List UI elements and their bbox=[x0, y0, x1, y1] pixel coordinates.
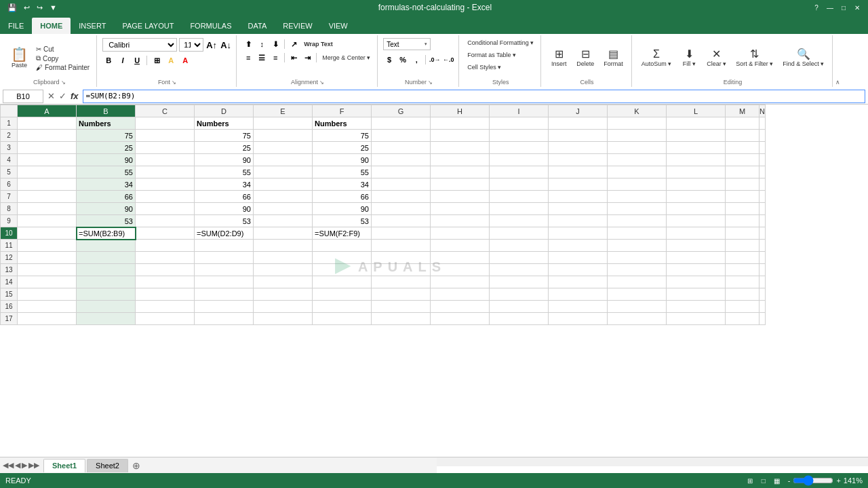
sheet-nav[interactable]: ◀◀ ◀ ▶ ▶▶ bbox=[3, 461, 39, 470]
cell-N1[interactable] bbox=[760, 117, 766, 130]
cell-M8[interactable] bbox=[726, 203, 760, 215]
cell-B11[interactable] bbox=[77, 240, 136, 252]
customize-icon[interactable]: ▼ bbox=[47, 3, 59, 12]
cell-N9[interactable] bbox=[760, 215, 766, 227]
cancel-formula-icon[interactable]: ✕ bbox=[46, 91, 56, 101]
cell-D10[interactable]: =SUM(D2:D9) bbox=[195, 227, 254, 240]
cell-B4[interactable]: 90 bbox=[77, 154, 136, 166]
cell-G5[interactable] bbox=[372, 166, 431, 179]
cell-J11[interactable] bbox=[549, 240, 608, 252]
row-header-1[interactable]: 1 bbox=[1, 117, 18, 130]
cell-L3[interactable] bbox=[667, 142, 726, 154]
horizontal-scrollbar[interactable] bbox=[437, 457, 868, 466]
col-header-G[interactable]: G bbox=[372, 105, 431, 117]
cell-G14[interactable] bbox=[372, 276, 431, 288]
cell-A5[interactable] bbox=[18, 166, 77, 179]
cell-B3[interactable]: 25 bbox=[77, 142, 136, 154]
cell-K11[interactable] bbox=[608, 240, 667, 252]
format-painter-button[interactable]: 🖌 Format Painter bbox=[33, 63, 92, 72]
cell-D13[interactable] bbox=[195, 264, 254, 276]
col-header-B[interactable]: B bbox=[77, 105, 136, 117]
cell-N15[interactable] bbox=[760, 288, 766, 301]
cell-C3[interactable] bbox=[136, 142, 195, 154]
cell-B6[interactable]: 34 bbox=[77, 179, 136, 191]
conditional-formatting-button[interactable]: Conditional Formatting ▾ bbox=[465, 38, 536, 48]
cell-B2[interactable]: 75 bbox=[77, 130, 136, 142]
cell-B5[interactable]: 55 bbox=[77, 166, 136, 179]
cell-L9[interactable] bbox=[667, 215, 726, 227]
cell-D14[interactable] bbox=[195, 276, 254, 288]
cell-C7[interactable] bbox=[136, 191, 195, 203]
cell-J17[interactable] bbox=[549, 313, 608, 325]
window-controls[interactable]: ? — □ ✕ bbox=[811, 2, 863, 13]
cell-B9[interactable]: 53 bbox=[77, 215, 136, 227]
tab-insert[interactable]: INSERT bbox=[71, 18, 114, 34]
cell-N10[interactable] bbox=[760, 227, 766, 240]
row-header-17[interactable]: 17 bbox=[1, 313, 18, 325]
autosum-button[interactable]: Σ AutoSum ▾ bbox=[637, 48, 676, 69]
underline-button[interactable]: U bbox=[131, 54, 143, 67]
col-header-A[interactable]: A bbox=[18, 105, 77, 117]
merge-center-button[interactable]: Merge & Center ▾ bbox=[319, 54, 373, 62]
format-button[interactable]: ▤ Format bbox=[599, 48, 627, 69]
align-right-button[interactable]: ≡ bbox=[269, 52, 281, 64]
cell-A9[interactable] bbox=[18, 215, 77, 227]
cell-N3[interactable] bbox=[760, 142, 766, 154]
tab-view[interactable]: VIEW bbox=[321, 18, 356, 34]
cell-K7[interactable] bbox=[608, 191, 667, 203]
cell-I5[interactable] bbox=[490, 166, 549, 179]
col-header-J[interactable]: J bbox=[549, 105, 608, 117]
cell-reference-box[interactable] bbox=[3, 90, 43, 103]
cell-J4[interactable] bbox=[549, 154, 608, 166]
col-header-M[interactable]: M bbox=[726, 105, 760, 117]
row-header-15[interactable]: 15 bbox=[1, 288, 18, 301]
cell-F7[interactable]: 66 bbox=[313, 191, 372, 203]
sheet-tab-sheet1[interactable]: Sheet1 bbox=[43, 459, 85, 472]
col-header-K[interactable]: K bbox=[608, 105, 667, 117]
cell-E3[interactable] bbox=[254, 142, 313, 154]
row-header-9[interactable]: 9 bbox=[1, 215, 18, 227]
cell-A14[interactable] bbox=[18, 276, 77, 288]
cell-D8[interactable]: 90 bbox=[195, 203, 254, 215]
cell-B1[interactable]: Numbers bbox=[77, 117, 136, 130]
cell-D16[interactable] bbox=[195, 301, 254, 313]
page-break-view-icon[interactable]: ▦ bbox=[772, 475, 783, 486]
prev-sheet-icon[interactable]: ◀◀ bbox=[3, 461, 14, 470]
cell-C5[interactable] bbox=[136, 166, 195, 179]
cell-E5[interactable] bbox=[254, 166, 313, 179]
align-top-button[interactable]: ⬆ bbox=[242, 38, 254, 50]
cell-D15[interactable] bbox=[195, 288, 254, 301]
cell-F9[interactable]: 53 bbox=[313, 215, 372, 227]
cut-button[interactable]: ✂ Cut bbox=[33, 45, 92, 54]
cell-B8[interactable]: 90 bbox=[77, 203, 136, 215]
ribbon-collapse-icon[interactable]: ∧ bbox=[835, 79, 840, 86]
cell-F6[interactable]: 34 bbox=[313, 179, 372, 191]
align-bottom-button[interactable]: ⬇ bbox=[269, 38, 281, 50]
cell-L16[interactable] bbox=[667, 301, 726, 313]
cell-N12[interactable] bbox=[760, 252, 766, 264]
delete-button[interactable]: ⊟ Delete bbox=[572, 48, 598, 69]
cell-H17[interactable] bbox=[431, 313, 490, 325]
cell-K14[interactable] bbox=[608, 276, 667, 288]
tab-data[interactable]: DATA bbox=[240, 18, 275, 34]
row-header-11[interactable]: 11 bbox=[1, 240, 18, 252]
cell-J16[interactable] bbox=[549, 301, 608, 313]
cell-C1[interactable] bbox=[136, 117, 195, 130]
font-color-button[interactable]: A bbox=[179, 54, 191, 67]
cell-N14[interactable] bbox=[760, 276, 766, 288]
cell-L10[interactable] bbox=[667, 227, 726, 240]
cell-E4[interactable] bbox=[254, 154, 313, 166]
sheet-container[interactable]: ▶APUALS bbox=[0, 105, 868, 457]
row-header-8[interactable]: 8 bbox=[1, 203, 18, 215]
cell-N17[interactable] bbox=[760, 313, 766, 325]
cell-H11[interactable] bbox=[431, 240, 490, 252]
cell-G3[interactable] bbox=[372, 142, 431, 154]
cell-K2[interactable] bbox=[608, 130, 667, 142]
cell-E12[interactable] bbox=[254, 252, 313, 264]
cell-H9[interactable] bbox=[431, 215, 490, 227]
cell-F3[interactable]: 25 bbox=[313, 142, 372, 154]
tab-home[interactable]: HOME bbox=[32, 18, 71, 34]
currency-button[interactable]: $ bbox=[383, 54, 395, 66]
cell-H2[interactable] bbox=[431, 130, 490, 142]
cell-M13[interactable] bbox=[726, 264, 760, 276]
